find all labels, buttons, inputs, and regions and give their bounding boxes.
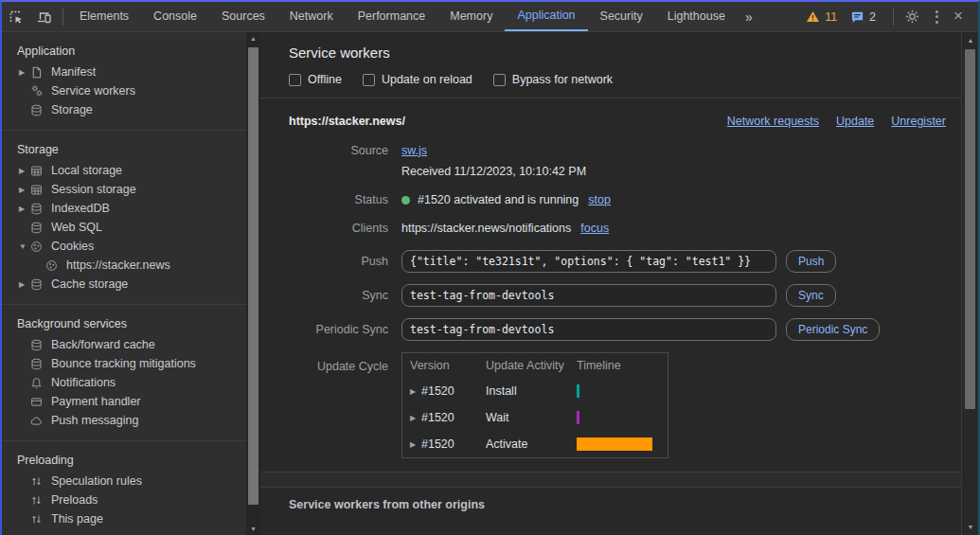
sidebar-item-label: Preloads <box>51 493 98 507</box>
push-data-input[interactable] <box>401 250 776 273</box>
database-icon <box>30 103 45 117</box>
arrows-up-down-icon <box>30 493 45 508</box>
push-row: Push Push <box>289 250 946 273</box>
expander-collapsed-icon[interactable]: ▶ <box>19 68 30 77</box>
network-requests-link[interactable]: Network requests <box>727 115 819 128</box>
update-on-reload-checkbox-item[interactable]: Update on reload <box>363 73 472 86</box>
expander-collapsed-icon[interactable]: ▶ <box>19 167 30 175</box>
expander-collapsed-icon[interactable]: ▶ <box>410 387 421 396</box>
timeline-bar-wait <box>577 411 579 424</box>
section-spacer <box>260 473 961 488</box>
sync-row: Sync Sync <box>289 284 946 307</box>
sidebar-item-session-storage[interactable]: ▶ Session storage <box>2 180 246 199</box>
scroll-up-icon[interactable]: ▲ <box>246 35 260 42</box>
sidebar-item-payment-handler[interactable]: Payment handler <box>2 392 246 411</box>
source-file-link[interactable]: sw.js <box>401 144 427 157</box>
offline-checkbox[interactable] <box>289 74 301 86</box>
update-cycle-row-install[interactable]: ▶#1520 Install <box>402 378 668 404</box>
scroll-down-icon[interactable]: ▼ <box>962 524 979 530</box>
received-timestamp: Received 11/12/2023, 10:10:42 PM <box>401 165 586 178</box>
sync-button[interactable]: Sync <box>786 284 836 307</box>
devtools-toolbar: Elements Console Sources Network Perform… <box>2 2 978 32</box>
update-link[interactable]: Update <box>836 115 874 128</box>
sidebar-item-manifest[interactable]: ▶ Manifest <box>2 62 246 81</box>
sidebar-item-bounce-tracking-mitigations[interactable]: Bounce tracking mitigations <box>2 354 246 373</box>
periodic-sync-tag-input[interactable] <box>401 318 776 341</box>
unregister-link[interactable]: Unregister <box>891 115 946 128</box>
tab-elements[interactable]: Elements <box>67 2 141 31</box>
sync-tag-input[interactable] <box>401 284 776 307</box>
sidebar-item-label: Cache storage <box>51 277 128 291</box>
focus-link[interactable]: focus <box>580 222 609 235</box>
close-icon[interactable]: × <box>948 7 971 27</box>
sidebar-item-label: Payment handler <box>51 395 141 408</box>
version-cell: #1520 <box>421 437 454 451</box>
tab-security[interactable]: Security <box>588 2 655 31</box>
main-scrollbar-thumb[interactable] <box>965 49 975 409</box>
more-options-icon[interactable] <box>926 10 948 24</box>
bypass-for-network-checkbox[interactable] <box>493 74 506 86</box>
sidebar-item-back-forward-cache[interactable]: Back/forward cache <box>2 335 246 354</box>
panel-header: Service workers Offline Update on reload… <box>260 32 961 98</box>
scroll-down-icon[interactable]: ▼ <box>246 526 260 532</box>
sidebar-item-notifications[interactable]: Notifications <box>2 373 246 392</box>
version-cell: #1520 <box>421 384 454 398</box>
device-toolbar-icon[interactable] <box>31 5 58 29</box>
sidebar-section-application: Application ▶ Manifest <box>2 32 246 131</box>
warnings-badge[interactable]: 11 <box>806 10 837 24</box>
tab-memory[interactable]: Memory <box>437 2 505 31</box>
sidebar-item-this-page[interactable]: This page <box>2 509 246 528</box>
sidebar-item-storage[interactable]: Storage <box>2 100 246 119</box>
periodic-sync-button[interactable]: Periodic Sync <box>786 318 880 341</box>
offline-checkbox-item[interactable]: Offline <box>289 73 342 86</box>
tab-application[interactable]: Application <box>505 2 587 31</box>
sidebar-scrollbar[interactable]: ▲ ▼ <box>246 32 260 535</box>
sidebar-item-speculation-rules[interactable]: Speculation rules <box>2 472 246 490</box>
update-on-reload-checkbox[interactable] <box>363 74 375 86</box>
expander-collapsed-icon[interactable]: ▶ <box>410 414 421 422</box>
gear-icon[interactable] <box>899 5 925 29</box>
sidebar-scrollbar-thumb[interactable] <box>248 47 258 505</box>
expander-expanded-icon[interactable]: ▼ <box>19 242 30 251</box>
arrows-up-down-icon <box>30 512 45 526</box>
sidebar-item-cookies[interactable]: ▼ Cookies <box>2 237 246 256</box>
stop-link[interactable]: stop <box>588 193 611 206</box>
status-running-dot <box>401 196 410 205</box>
inspect-icon[interactable] <box>3 5 29 29</box>
sidebar-item-service-workers[interactable]: Service workers <box>2 81 246 100</box>
update-cycle-row-wait[interactable]: ▶#1520 Wait <box>402 404 668 431</box>
periodic-sync-label: Periodic Sync <box>289 323 388 336</box>
expander-collapsed-icon[interactable]: ▶ <box>19 205 30 213</box>
arrows-up-down-icon <box>30 474 45 489</box>
message-count: 2 <box>869 10 876 24</box>
section-title-preloading: Preloading <box>2 450 246 472</box>
status-text: #1520 activated and is running <box>418 193 579 206</box>
tab-console[interactable]: Console <box>141 2 209 31</box>
update-cycle-row-activate[interactable]: ▶#1520 Activate <box>402 431 668 457</box>
expander-collapsed-icon[interactable]: ▶ <box>410 440 421 449</box>
sidebar-item-web-sql[interactable]: Web SQL <box>2 218 246 237</box>
sidebar-item-push-messaging[interactable]: Push messaging <box>2 411 246 430</box>
tab-network[interactable]: Network <box>277 2 346 31</box>
sidebar-item-label: Storage <box>51 103 93 116</box>
console-messages-badge[interactable]: 2 <box>850 10 876 24</box>
main-scrollbar[interactable]: ▲ ▼ <box>961 32 978 535</box>
sidebar-item-label: This page <box>51 512 103 526</box>
card-icon <box>30 395 45 409</box>
scroll-up-icon[interactable]: ▲ <box>962 37 979 44</box>
expander-collapsed-icon[interactable]: ▶ <box>19 280 30 289</box>
expander-collapsed-icon[interactable]: ▶ <box>19 186 30 194</box>
bypass-for-network-checkbox-item[interactable]: Bypass for network <box>493 73 613 86</box>
sidebar-item-indexeddb[interactable]: ▶ IndexedDB <box>2 199 246 218</box>
sidebar-item-preloads[interactable]: Preloads <box>2 490 246 509</box>
push-button[interactable]: Push <box>786 250 836 273</box>
sidebar-item-cache-storage[interactable]: ▶ Cache storage <box>2 275 246 294</box>
status-row: Status #1520 activated and is running st… <box>289 193 946 206</box>
received-row: Received 11/12/2023, 10:10:42 PM <box>289 165 946 178</box>
sidebar-item-local-storage[interactable]: ▶ Local storage <box>2 161 246 180</box>
sidebar-item-cookies-stacker-news[interactable]: https://stacker.news <box>2 256 246 275</box>
more-tabs-chevron-icon[interactable]: » <box>738 9 760 25</box>
tab-performance[interactable]: Performance <box>346 2 438 31</box>
tab-lighthouse[interactable]: Lighthouse <box>655 2 738 31</box>
tab-sources[interactable]: Sources <box>209 2 277 31</box>
